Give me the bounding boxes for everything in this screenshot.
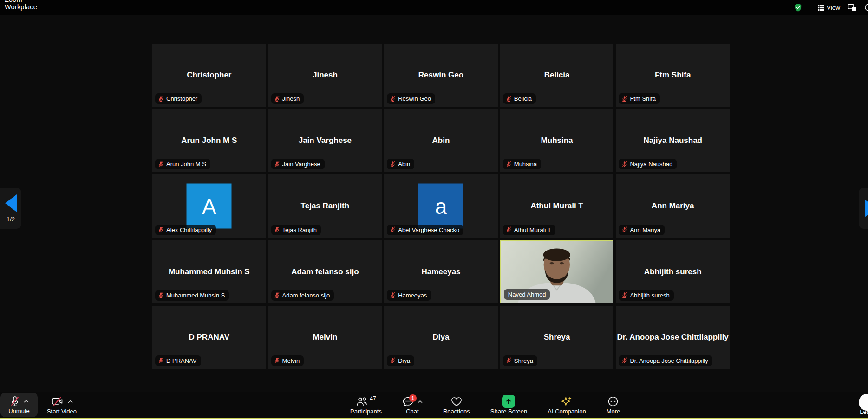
muted-mic-icon xyxy=(10,396,20,407)
participant-tile[interactable]: Belicia Belicia xyxy=(500,44,614,107)
participant-tile[interactable]: Najiya Naushad Najiya Naushad xyxy=(616,109,730,172)
previous-page-button[interactable]: 1/2 xyxy=(0,188,21,229)
muted-mic-icon xyxy=(621,226,627,233)
zoom-meeting-window: Zoom Workplace View xyxy=(0,0,868,419)
participant-name-tag-text: Athul Murali T xyxy=(514,226,551,233)
participant-name-tag-text: Hameeyas xyxy=(398,292,427,299)
participant-name-tag: Muhammed Muhsin S xyxy=(155,290,229,301)
encryption-shield-icon[interactable] xyxy=(794,3,803,12)
participant-display-name: Christopher xyxy=(187,71,231,80)
participant-tile[interactable]: Melvin Melvin xyxy=(268,306,382,369)
participant-name-tag-text: Ftm Shifa xyxy=(630,95,656,102)
share-screen-label: Share Screen xyxy=(490,408,528,415)
participant-name-tag: Najiya Naushad xyxy=(619,159,677,169)
muted-mic-icon xyxy=(274,357,280,364)
gallery-stage: Christopher Christopher Jinesh xyxy=(0,15,868,392)
logo-line-workplace: Workplace xyxy=(5,3,37,11)
reactions-button[interactable]: Reactions xyxy=(442,392,471,418)
next-page-button[interactable] xyxy=(859,188,868,229)
participant-name-tag: Abin xyxy=(387,159,414,169)
muted-mic-icon xyxy=(274,161,280,168)
participant-tile[interactable]: Arun John M S Arun John M S xyxy=(152,109,266,172)
participant-tile[interactable]: Jinesh Jinesh xyxy=(268,44,382,107)
view-button[interactable]: View xyxy=(818,4,840,11)
participant-display-name: Jain Varghese xyxy=(299,136,352,145)
participant-tile[interactable]: Christopher Christopher xyxy=(152,44,266,107)
muted-mic-icon xyxy=(506,161,512,168)
video-off-icon xyxy=(51,396,64,406)
participant-display-name: Athul Murali T xyxy=(530,201,583,211)
participant-name-tag-text: Jain Varghese xyxy=(282,161,320,168)
more-button[interactable]: More xyxy=(606,392,621,418)
share-screen-button[interactable]: Share Screen xyxy=(489,392,529,418)
muted-mic-icon xyxy=(274,292,280,298)
muted-mic-icon xyxy=(390,161,396,168)
participant-display-name: D PRANAV xyxy=(189,333,230,342)
top-bar-controls: View xyxy=(794,0,868,15)
participant-name-tag-text: Arun John M S xyxy=(166,161,206,168)
audio-options-caret[interactable] xyxy=(24,400,29,403)
participant-name-tag: Adam felanso sijo xyxy=(271,290,334,301)
participant-tile[interactable]: Jain Varghese Jain Varghese xyxy=(268,109,382,172)
participant-tile[interactable]: D PRANAV D PRANAV xyxy=(152,306,266,369)
participant-tile[interactable]: a Abel Varghese Chacko xyxy=(384,174,498,238)
participants-count: 47 xyxy=(370,395,376,402)
video-options-caret[interactable] xyxy=(68,400,73,403)
participant-name-tag: Ann Mariya xyxy=(619,225,665,235)
muted-mic-icon xyxy=(506,96,512,102)
participant-tile[interactable]: Naved Ahmed xyxy=(500,240,614,303)
chat-options-caret[interactable] xyxy=(418,400,423,403)
muted-mic-icon xyxy=(274,96,280,102)
clipped-edge-icon[interactable] xyxy=(864,3,868,12)
leave-button[interactable]: Lea xyxy=(860,408,868,415)
participant-name-tag-text: Abhijith suresh xyxy=(630,292,669,299)
participant-tile[interactable]: Ann Mariya Ann Mariya xyxy=(616,174,730,238)
participant-display-name: Arun John M S xyxy=(181,136,237,145)
participant-name-tag: Jinesh xyxy=(271,93,304,104)
muted-mic-icon xyxy=(158,96,164,102)
participant-tile[interactable]: Diya Diya xyxy=(384,306,498,369)
participant-tile[interactable]: Muhammed Muhsin S Muhammed Muhsin S xyxy=(152,240,266,303)
participant-name-tag-text: Reswin Geo xyxy=(398,95,431,102)
minimize-to-pip-icon[interactable] xyxy=(848,4,857,12)
participants-label: Participants xyxy=(350,408,382,415)
unmute-button[interactable]: Unmute xyxy=(0,393,38,417)
start-video-button[interactable]: Start Video xyxy=(38,392,86,418)
participants-button[interactable]: 47 Participants xyxy=(349,392,383,418)
participant-name-tag: Christopher xyxy=(155,93,202,104)
participant-tile[interactable]: Tejas Ranjith Tejas Ranjith xyxy=(268,174,382,238)
participant-name-tag: Diya xyxy=(387,355,414,366)
participant-tile[interactable]: Hameeyas Hameeyas xyxy=(384,240,498,303)
grid-view-icon xyxy=(818,5,824,11)
participant-name-tag-text: Muhsina xyxy=(514,161,537,168)
muted-mic-icon xyxy=(390,96,396,102)
participant-name-tag-text: Naved Ahmed xyxy=(508,291,546,298)
participant-tile[interactable]: A Alex Chittilappilly xyxy=(152,174,266,238)
participant-tile[interactable]: Muhsina Muhsina xyxy=(500,109,614,172)
participant-name-tag-text: Jinesh xyxy=(282,95,300,102)
meeting-toolbar: Unmute Start Video xyxy=(0,392,868,418)
reactions-label: Reactions xyxy=(443,408,470,415)
ai-companion-button[interactable]: AI Companion xyxy=(547,392,587,418)
participant-display-name: Belicia xyxy=(544,71,570,80)
chat-button[interactable]: 1 Chat xyxy=(401,392,424,418)
participant-tile[interactable]: Abin Abin xyxy=(384,109,498,172)
participant-name-tag: Shreya xyxy=(503,355,537,366)
participant-name-tag-text: Najiya Naushad xyxy=(630,161,672,168)
participant-tile[interactable]: Reswin Geo Reswin Geo xyxy=(384,44,498,107)
participant-name-tag: Reswin Geo xyxy=(387,93,435,104)
chat-label: Chat xyxy=(406,408,418,415)
participant-tile[interactable]: Athul Murali T Athul Murali T xyxy=(500,174,614,238)
participant-name-tag: Ftm Shifa xyxy=(619,93,660,104)
participant-name-tag-text: Muhammed Muhsin S xyxy=(166,292,225,299)
participant-name-tag-text: Melvin xyxy=(282,357,300,364)
participant-tile[interactable]: Shreya Shreya xyxy=(500,306,614,369)
participant-tile[interactable]: Ftm Shifa Ftm Shifa xyxy=(616,44,730,107)
participant-display-name: Hameeyas xyxy=(421,267,460,277)
next-page-arrow-icon xyxy=(865,200,868,217)
participant-name-tag: Naved Ahmed xyxy=(504,289,550,300)
participant-tile[interactable]: Adam felanso sijo Adam felanso sijo xyxy=(268,240,382,303)
participant-name-tag-text: Abin xyxy=(398,161,410,168)
participant-tile[interactable]: Abhijith suresh Abhijith suresh xyxy=(616,240,730,303)
participant-tile[interactable]: Dr. Anoopa Jose Chittilappilly Dr. Anoop… xyxy=(616,306,730,369)
